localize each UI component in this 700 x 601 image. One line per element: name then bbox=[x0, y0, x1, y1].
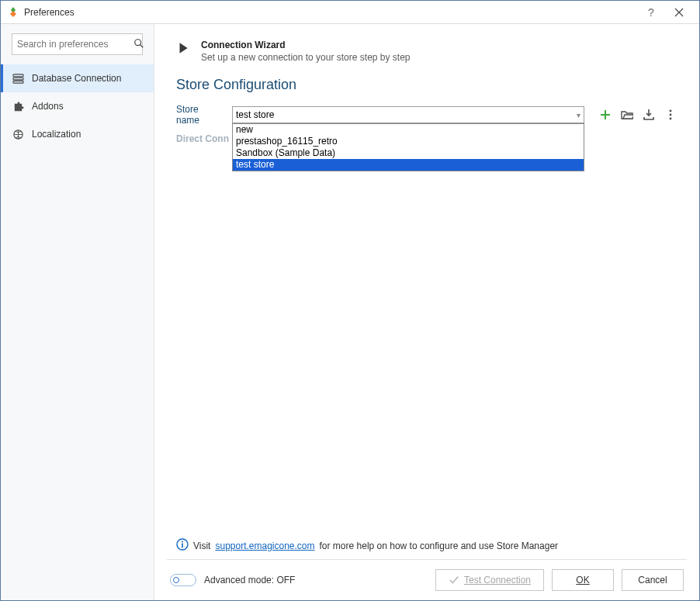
more-actions-button[interactable] bbox=[664, 108, 677, 122]
sidebar-item-addons[interactable]: Addons bbox=[1, 92, 154, 120]
search-input-wrap[interactable] bbox=[12, 33, 143, 55]
toggle-knob bbox=[173, 577, 179, 583]
info-icon bbox=[176, 538, 189, 553]
svg-rect-2 bbox=[12, 78, 23, 80]
sidebar-item-database-connection[interactable]: Database Connection bbox=[1, 64, 154, 92]
database-icon bbox=[12, 72, 24, 85]
store-name-input[interactable] bbox=[236, 109, 574, 120]
wizard-subtitle: Set up a new connection to your store st… bbox=[201, 52, 411, 63]
sidebar-item-localization[interactable]: Localization bbox=[1, 120, 154, 148]
import-store-button[interactable] bbox=[642, 108, 656, 122]
sidebar: Database Connection Addons Localization bbox=[1, 24, 154, 600]
svg-rect-3 bbox=[12, 81, 23, 83]
cancel-label: Cancel bbox=[638, 575, 667, 585]
ok-label: OK bbox=[576, 575, 589, 585]
titlebar: Preferences ? bbox=[1, 1, 699, 24]
connection-wizard-row[interactable]: Connection Wizard Set up a new connectio… bbox=[176, 40, 677, 63]
app-icon bbox=[7, 6, 19, 19]
sidebar-item-label: Addons bbox=[32, 101, 64, 112]
window-title: Preferences bbox=[24, 7, 637, 18]
advanced-mode-toggle[interactable] bbox=[170, 574, 196, 586]
info-text-prefix: Visit bbox=[193, 541, 210, 551]
dropdown-option[interactable]: Sandbox (Sample Data) bbox=[233, 147, 584, 159]
play-icon bbox=[176, 41, 192, 57]
test-connection-label: Test Connection bbox=[464, 575, 531, 585]
store-name-combobox[interactable]: ▾ new prestashop_16115_retro Sandbox (Sa… bbox=[232, 106, 584, 123]
advanced-mode-label: Advanced mode: OFF bbox=[204, 575, 428, 585]
chevron-down-icon[interactable]: ▾ bbox=[574, 111, 580, 119]
main-panel: Connection Wizard Set up a new connectio… bbox=[154, 24, 699, 600]
cancel-button[interactable]: Cancel bbox=[622, 569, 684, 591]
test-connection-button[interactable]: Test Connection bbox=[435, 569, 544, 591]
add-store-button[interactable] bbox=[598, 108, 612, 122]
info-text-suffix: for more help on how to configure and us… bbox=[320, 541, 559, 551]
section-title: Store Configuration bbox=[176, 77, 677, 93]
check-icon bbox=[449, 575, 459, 585]
ok-button[interactable]: OK bbox=[552, 569, 614, 591]
dropdown-option[interactable]: new bbox=[233, 124, 584, 136]
svg-point-9 bbox=[182, 541, 183, 543]
svg-point-6 bbox=[670, 114, 672, 116]
info-bar: Visit support.emagicone.com for more hel… bbox=[154, 532, 699, 559]
close-button[interactable] bbox=[665, 2, 693, 23]
open-store-button[interactable] bbox=[620, 108, 634, 122]
footer: Advanced mode: OFF Test Connection OK Ca… bbox=[154, 560, 699, 600]
dropdown-option[interactable]: prestashop_16115_retro bbox=[233, 136, 584, 147]
search-input[interactable] bbox=[17, 39, 133, 50]
sidebar-item-label: Database Connection bbox=[32, 73, 121, 84]
svg-rect-1 bbox=[12, 74, 23, 76]
support-link[interactable]: support.emagicone.com bbox=[215, 541, 314, 551]
search-icon bbox=[133, 38, 144, 51]
dropdown-option-selected[interactable]: test store bbox=[233, 159, 584, 171]
svg-point-7 bbox=[670, 118, 672, 120]
store-name-dropdown: new prestashop_16115_retro Sandbox (Samp… bbox=[232, 123, 584, 171]
globe-icon bbox=[12, 128, 24, 140]
svg-point-0 bbox=[135, 39, 141, 45]
store-name-label: Store name bbox=[176, 104, 224, 126]
svg-point-5 bbox=[670, 110, 672, 112]
wizard-title: Connection Wizard bbox=[201, 40, 411, 50]
puzzle-icon bbox=[12, 100, 24, 112]
sidebar-item-label: Localization bbox=[32, 129, 81, 140]
svg-rect-10 bbox=[182, 544, 183, 548]
help-button[interactable]: ? bbox=[637, 2, 665, 23]
